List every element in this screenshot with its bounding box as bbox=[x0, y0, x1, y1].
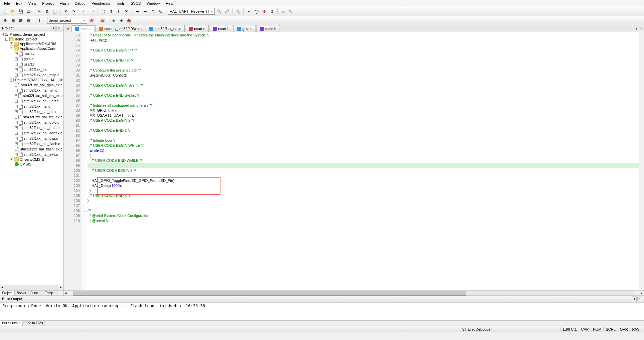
code-line[interactable]: HAL_Init(); bbox=[88, 38, 639, 43]
panel-tab-func[interactable]: Func... bbox=[28, 291, 43, 296]
code-line[interactable]: /* USER CODE END SysInit */ bbox=[88, 93, 639, 98]
redo-icon[interactable]: ↷ bbox=[70, 8, 77, 15]
tree-item[interactable]: +stm32f1xx_hal.c bbox=[1, 104, 62, 109]
undo-icon[interactable]: ↶ bbox=[62, 8, 69, 15]
tree-item[interactable]: +stm32f1xx_hal_uart.c bbox=[1, 98, 62, 104]
tree-item[interactable]: +stm32f1xx_hal_cortex.c bbox=[1, 130, 62, 136]
code-line[interactable]: /* Initialize all configured peripherals… bbox=[88, 103, 639, 108]
code-text[interactable]: /* Reset of all peripherals, Initializes… bbox=[86, 32, 639, 290]
pack-installer-icon[interactable]: 📥 bbox=[126, 17, 132, 24]
menu-debug[interactable]: Debug bbox=[72, 1, 88, 6]
code-line[interactable]: MX_GPIO_Init(); bbox=[88, 108, 639, 113]
code-line[interactable]: /* Configure the system clock */ bbox=[88, 68, 639, 73]
indent-icon[interactable]: ⇥ bbox=[134, 8, 141, 15]
download-icon[interactable]: ⬇ bbox=[36, 17, 43, 24]
code-line[interactable]: /* USER CODE END WHILE */ bbox=[88, 158, 639, 163]
code-line[interactable]: /* USER CODE BEGIN 3 */ bbox=[88, 168, 639, 173]
expander-icon[interactable]: + bbox=[15, 52, 18, 55]
tree-item[interactable]: +usart.c bbox=[1, 62, 62, 67]
file-tab[interactable]: gpio.c bbox=[233, 25, 256, 32]
menu-help[interactable]: Help bbox=[163, 1, 176, 6]
expander-icon[interactable]: − bbox=[5, 38, 8, 41]
expander-icon[interactable]: − bbox=[10, 79, 12, 82]
tab-nav-left-icon[interactable]: ◂▸ bbox=[65, 26, 71, 31]
tree-item[interactable]: +stm32f1xx_hal_dma.c bbox=[1, 125, 62, 130]
code-line[interactable] bbox=[88, 53, 639, 58]
tree-item[interactable]: +gpio.c bbox=[1, 56, 62, 62]
new-file-icon[interactable]: 📄 bbox=[2, 8, 9, 15]
pin-icon[interactable]: ▾ bbox=[51, 26, 56, 30]
outdent-icon[interactable]: ⇤ bbox=[142, 8, 148, 15]
code-line[interactable]: HAL_Delay(1000); bbox=[88, 183, 639, 188]
code-line[interactable]: while (1) bbox=[88, 148, 639, 153]
configure-icon[interactable]: 🔧 bbox=[287, 8, 294, 15]
code-line[interactable] bbox=[88, 173, 639, 178]
menu-window[interactable]: Window bbox=[144, 1, 162, 6]
file-tab[interactable]: usart.c bbox=[185, 25, 209, 32]
code-line[interactable]: /* Reset of all peripherals, Initializes… bbox=[88, 33, 639, 38]
output-tab[interactable]: Build Output bbox=[0, 321, 23, 326]
find-icon[interactable]: 🔍 bbox=[216, 8, 222, 15]
code-line[interactable] bbox=[88, 63, 639, 68]
pin-icon[interactable]: ▾ bbox=[632, 297, 637, 301]
expander-icon[interactable]: + bbox=[15, 89, 18, 92]
tree-item[interactable]: +stm32f1xx_hal_rcc_ex.c bbox=[1, 114, 62, 120]
code-line[interactable]: * @retval None bbox=[88, 218, 639, 223]
output-tab[interactable]: Find In Files bbox=[23, 321, 45, 326]
menu-edit[interactable]: Edit bbox=[13, 1, 25, 6]
tree-item[interactable]: CMSIS bbox=[1, 162, 62, 166]
expander-icon[interactable]: + bbox=[15, 84, 17, 87]
debug-stop-icon[interactable]: ◯ bbox=[253, 8, 260, 15]
hscroll-thumb[interactable] bbox=[73, 291, 466, 296]
code-line[interactable]: MX_USART1_UART_Init(); bbox=[88, 113, 639, 118]
panel-tab-books[interactable]: Books bbox=[15, 291, 28, 296]
expander-icon[interactable]: + bbox=[15, 105, 18, 108]
code-line[interactable]: } bbox=[88, 188, 639, 193]
tree-item[interactable]: −demo_project bbox=[1, 37, 62, 41]
expander-icon[interactable]: + bbox=[10, 158, 13, 161]
code-line[interactable]: /* USER CODE BEGIN Init */ bbox=[88, 48, 639, 53]
code-line[interactable]: /* USER CODE BEGIN WHILE */ bbox=[88, 143, 639, 148]
save-all-icon[interactable]: 🗃 bbox=[25, 8, 32, 15]
bookmark-clear-icon[interactable]: ✖ bbox=[123, 8, 130, 15]
menu-svcs[interactable]: SVCS bbox=[128, 1, 143, 6]
code-line[interactable] bbox=[88, 98, 639, 103]
project-hscroll[interactable]: ◂ ▸ bbox=[0, 285, 63, 290]
expander-icon[interactable]: + bbox=[15, 110, 18, 113]
code-line[interactable]: /* USER CODE END Init */ bbox=[88, 58, 639, 63]
tree-item[interactable]: +stm32f1xx_it.c bbox=[1, 67, 62, 72]
debug-disable-icon[interactable]: ⊘ bbox=[261, 8, 268, 15]
target-options-icon[interactable]: 🎯 bbox=[88, 17, 95, 24]
nav-back-icon[interactable]: ⇦ bbox=[81, 8, 88, 15]
build-output-text[interactable]: Programming Done. Verify OK. Application… bbox=[0, 302, 644, 320]
code-line[interactable] bbox=[88, 133, 639, 138]
tree-item[interactable]: +stm32f1xx_hal_gpio.c bbox=[1, 120, 62, 125]
file-tab[interactable]: startup_stm32f103xb.s bbox=[95, 25, 145, 32]
expander-icon[interactable]: + bbox=[15, 100, 18, 103]
target-select-combo[interactable]: demo_project ▼ bbox=[47, 17, 87, 24]
comment-icon[interactable]: // bbox=[149, 8, 156, 15]
editor-hscroll[interactable]: ◂ ▸ bbox=[63, 290, 644, 296]
code-line[interactable]: } bbox=[88, 198, 639, 203]
batch-build-icon[interactable]: ▤ bbox=[25, 17, 32, 24]
code-line[interactable]: SystemClock_Config(); bbox=[88, 73, 639, 78]
expander-icon[interactable]: − bbox=[1, 33, 4, 36]
code-line[interactable] bbox=[88, 88, 639, 93]
code-line[interactable]: /** bbox=[88, 208, 639, 213]
fold-column[interactable]: ⊟⊟ bbox=[82, 32, 86, 290]
bookmark-prev-icon[interactable]: ⬆ bbox=[108, 8, 114, 15]
menu-tools[interactable]: Tools bbox=[114, 1, 128, 6]
tree-item[interactable]: +stm32f1xx_hal_flash_ex.c bbox=[1, 146, 62, 152]
close-icon[interactable]: × bbox=[637, 297, 642, 301]
code-line[interactable]: HAL_GPIO_TogglePin(LED_GPIO_Port, LED_Pi… bbox=[88, 178, 639, 183]
expander-icon[interactable]: + bbox=[15, 132, 18, 135]
uncomment-icon[interactable]: /x bbox=[157, 8, 164, 15]
tree-item[interactable]: +stm32f1xx_hal_gpio_ex.c bbox=[1, 82, 62, 88]
tab-dropdown-icon[interactable]: ▼ bbox=[633, 27, 639, 30]
menu-view[interactable]: View bbox=[26, 1, 39, 6]
code-line[interactable] bbox=[88, 78, 639, 83]
editor-vscroll[interactable] bbox=[639, 32, 644, 290]
code-line[interactable]: /* Infinite loop */ bbox=[88, 138, 639, 143]
window-icon[interactable]: ▭ bbox=[280, 8, 286, 15]
file-tab[interactable]: main.h bbox=[256, 25, 280, 32]
